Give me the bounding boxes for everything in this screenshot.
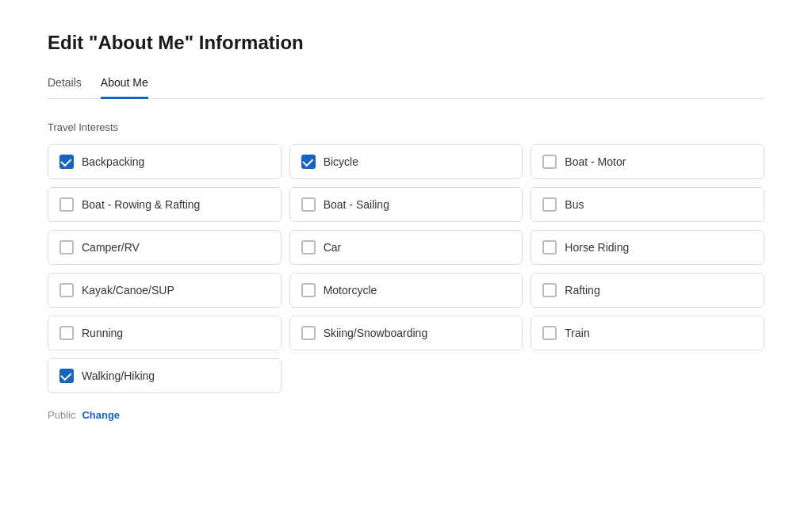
interest-item-backpacking[interactable]: Backpacking: [48, 144, 282, 179]
checkbox-camper-rv: [59, 240, 74, 254]
interest-item-skiing[interactable]: Skiing/Snowboarding: [289, 316, 523, 350]
interest-label-running: Running: [82, 327, 123, 339]
interest-item-running[interactable]: Running: [48, 316, 282, 350]
footer-row: Public Change: [48, 409, 764, 421]
checkbox-boat-motor: [542, 155, 557, 169]
interest-item-boat-motor[interactable]: Boat - Motor: [530, 144, 764, 179]
interest-label-rafting: Rafting: [565, 284, 599, 297]
interest-item-bicycle[interactable]: Bicycle: [289, 144, 523, 179]
interest-label-car: Car: [324, 241, 342, 254]
interest-item-camper-rv[interactable]: Camper/RV: [48, 230, 282, 265]
visibility-label: Public: [48, 409, 75, 421]
interest-label-backpacking: Backpacking: [82, 155, 144, 168]
checkbox-rafting: [542, 283, 557, 297]
checkbox-horse-riding: [542, 240, 557, 254]
interest-item-train[interactable]: Train: [530, 316, 764, 350]
interest-item-car[interactable]: Car: [289, 230, 523, 265]
interest-item-bus[interactable]: Bus: [530, 187, 764, 222]
section-label: Travel Interests: [48, 121, 764, 133]
checkbox-running: [59, 326, 74, 340]
change-button[interactable]: Change: [82, 409, 120, 421]
interest-label-boat-motor: Boat - Motor: [565, 155, 626, 168]
checkbox-backpacking: [59, 155, 74, 169]
checkbox-train: [542, 326, 557, 340]
interest-item-kayak[interactable]: Kayak/Canoe/SUP: [48, 273, 282, 308]
checkbox-skiing: [301, 326, 316, 340]
page-title: Edit "About Me" Information: [48, 32, 764, 54]
checkbox-walking-hiking: [59, 369, 74, 383]
checkbox-bus: [542, 197, 557, 212]
interest-label-walking-hiking: Walking/Hiking: [82, 369, 155, 382]
tab-details[interactable]: Details: [48, 76, 82, 99]
interest-label-camper-rv: Camper/RV: [82, 241, 140, 254]
interest-label-skiing: Skiing/Snowboarding: [324, 327, 428, 339]
interest-label-bus: Bus: [565, 198, 584, 211]
interest-item-motorcycle[interactable]: Motorcycle: [289, 273, 523, 308]
tab-bar: Details About Me: [48, 76, 764, 99]
interest-label-train: Train: [565, 327, 589, 339]
interest-item-boat-rowing[interactable]: Boat - Rowing & Rafting: [48, 187, 282, 222]
checkbox-boat-sailing: [301, 197, 316, 212]
interests-grid: BackpackingBicycleBoat - MotorBoat - Row…: [48, 144, 764, 393]
interest-item-rafting[interactable]: Rafting: [530, 273, 764, 308]
checkbox-car: [301, 240, 316, 254]
checkbox-bicycle: [301, 155, 316, 169]
interest-item-horse-riding[interactable]: Horse Riding: [530, 230, 764, 265]
interest-label-boat-rowing: Boat - Rowing & Rafting: [82, 198, 200, 211]
interest-label-bicycle: Bicycle: [324, 155, 358, 168]
checkbox-boat-rowing: [59, 197, 74, 212]
checkbox-kayak: [59, 283, 74, 297]
tab-about-me[interactable]: About Me: [101, 76, 148, 99]
interest-item-boat-sailing[interactable]: Boat - Sailing: [289, 187, 523, 222]
interest-label-motorcycle: Motorcycle: [324, 284, 377, 297]
interest-label-boat-sailing: Boat - Sailing: [324, 198, 389, 211]
checkbox-motorcycle: [301, 283, 316, 297]
interest-item-walking-hiking[interactable]: Walking/Hiking: [48, 358, 282, 393]
interest-label-kayak: Kayak/Canoe/SUP: [82, 284, 174, 297]
interest-label-horse-riding: Horse Riding: [565, 241, 629, 254]
